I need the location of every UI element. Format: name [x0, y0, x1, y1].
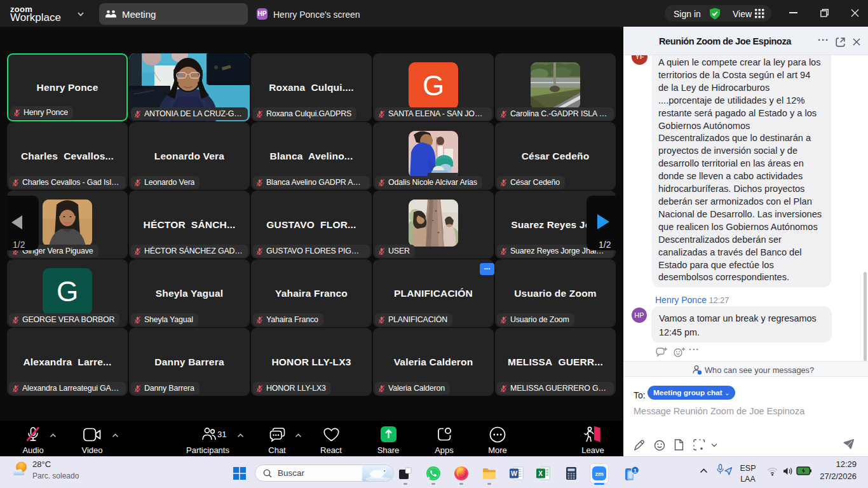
svg-text:W: W	[511, 470, 517, 477]
svg-text:1: 1	[634, 468, 637, 474]
svg-text:zm: zm	[595, 470, 603, 477]
svg-text:X: X	[538, 470, 543, 477]
